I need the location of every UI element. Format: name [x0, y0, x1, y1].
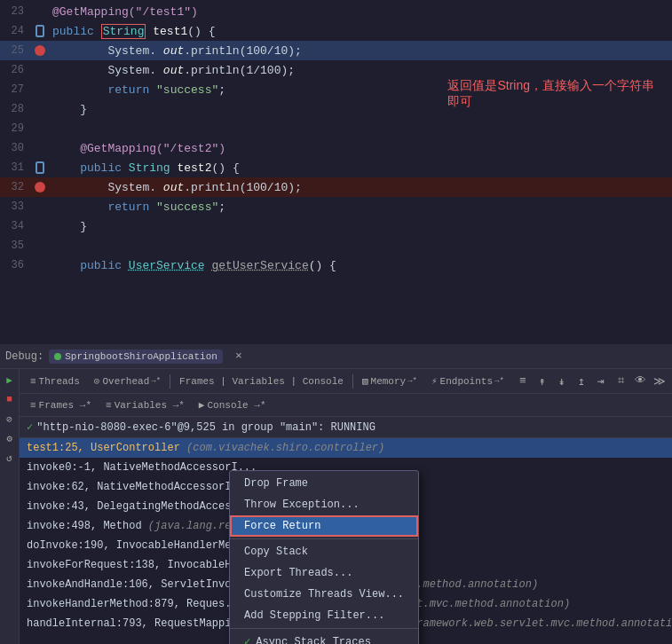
check-icon: ✓ [27, 420, 33, 434]
app-tab[interactable]: SpringbootShiroApplication [49, 349, 223, 364]
code-line-35: 35 [0, 236, 672, 255]
line-number: 25 [0, 44, 31, 57]
tab-variables[interactable]: ≡ Variables →* [99, 398, 192, 412]
line-gutter [31, 25, 49, 37]
settings-toolbar-icon[interactable]: ≡ [514, 373, 532, 390]
line-number: 31 [0, 161, 31, 174]
tab-frames-vars[interactable]: Frames | Variables | Console [172, 374, 351, 389]
stack-file: (com.vivachek.shiro.controller) [180, 442, 384, 454]
stack-method: invokeAndHandle:106, ServletInvoc... [27, 578, 257, 591]
line-number: 26 [0, 64, 31, 76]
tab-console[interactable]: ▶ Console →* [192, 397, 273, 412]
code-line-26: 26 System. out.println(1/100); [0, 60, 672, 80]
menu-item-force-return[interactable]: Force Return [230, 515, 418, 537]
stack-method: invoke:498, Method [27, 520, 142, 532]
stack-method: test1:25, UserController [27, 442, 180, 454]
running-dot [54, 353, 61, 360]
menu-separator2 [230, 628, 418, 629]
menu-item-export-threads[interactable]: Export Threads... [230, 562, 418, 584]
line-number: 28 [0, 103, 31, 115]
code-lines: 23 @GetMapping("/test1") 24 public Strin… [0, 0, 672, 275]
code-line-33: 33 return "success"; [0, 197, 672, 216]
menu-item-customize-threads[interactable]: Customize Threads View... [230, 584, 418, 605]
tab-divider2 [352, 374, 353, 389]
step-over-icon[interactable]: ↟ [534, 373, 551, 390]
more-icon[interactable]: ≫ [651, 373, 668, 390]
debug-toolbar: Debug: SpringbootShiroApplication × [0, 344, 672, 369]
mute-icon[interactable]: ⊘ [3, 412, 17, 426]
menu-item-copy-stack[interactable]: Copy Stack [230, 541, 418, 562]
line-code: @GetMapping("/test1") [49, 5, 672, 19]
stack-item[interactable]: test1:25, UserController (com.vivachek.s… [20, 438, 672, 458]
line-number: 33 [0, 200, 31, 213]
tab-endpoints[interactable]: ⚡ Endpoints →* [424, 373, 511, 389]
breakpoint-icon [35, 182, 45, 192]
menu-item-throw-exception[interactable]: Throw Exception... [230, 494, 418, 515]
app-name: SpringbootShiroApplication [65, 351, 217, 362]
code-line-32: 32 System. out.println(100/10); [0, 177, 672, 197]
line-code: public UserService getUserService() { [49, 259, 672, 272]
line-number: 34 [0, 220, 31, 232]
line-number: 32 [0, 181, 31, 193]
resume-icon[interactable]: ▶ [3, 373, 17, 387]
watch-icon[interactable]: 👁 [631, 373, 649, 390]
tab-memory[interactable]: ▧ Memory →* [355, 373, 424, 389]
annotation-tooltip: 返回值是String，直接输入一个字符串 即可 [447, 78, 654, 110]
line-gutter [31, 182, 49, 192]
rerun-icon[interactable]: ↺ [3, 451, 17, 465]
code-line-24: 24 public String test1() { [0, 21, 672, 41]
stack-method: invoke:43, DelegatingMethodAccess... [27, 500, 257, 513]
code-line-34: 34 } [0, 216, 672, 236]
line-number: 30 [0, 142, 31, 154]
code-line-36: 36 public UserService getUserService() { [0, 255, 672, 275]
stack-method: invokeForRequest:138, InvocableHa... [27, 559, 257, 571]
line-number: 36 [0, 259, 31, 271]
code-line-30: 30 @GetMapping("/test2") [0, 138, 672, 158]
stack-method: invokeHandlerMethod:879, Reques... [27, 598, 244, 610]
debug-label: Debug: [5, 350, 43, 363]
line-code: System. out.println(100/10); [49, 181, 672, 194]
line-gutter [31, 161, 49, 174]
tab-frames[interactable]: ≡ Frames →* [23, 398, 99, 412]
check-mark: ✓ [244, 635, 250, 644]
eval-icon[interactable]: ⌗ [612, 373, 629, 390]
thread-status: ✓ "http-nio-8080-exec-6"@9,525 in group … [20, 417, 672, 438]
breakpoint-icon [35, 45, 45, 56]
debug-tabs-row2: ≡ Frames →* ≡ Variables →* ▶ Console →* [20, 394, 672, 417]
line-code: public String test1() { [49, 25, 672, 38]
run-cursor-icon[interactable]: ⇥ [592, 373, 610, 390]
menu-item-drop-frame[interactable]: Drop Frame [230, 473, 418, 494]
tab-threads[interactable]: ≡ Threads [23, 374, 87, 389]
line-code: } [49, 220, 672, 233]
debug-tabs-row1: ≡ Threads ⊙ Overhead →* Frames | Variabl… [20, 369, 672, 394]
line-gutter [31, 45, 49, 56]
thread-status-text: "http-nio-8080-exec-6"@9,525 in group "m… [36, 421, 376, 434]
menu-separator [230, 538, 418, 539]
line-code: @GetMapping("/test2") [49, 142, 672, 155]
stop-icon[interactable]: ■ [3, 392, 17, 406]
code-line-31: 31 public String test2() { [0, 158, 672, 177]
line-code: System. out.println(1/100); [49, 64, 672, 77]
menu-item-add-stepping[interactable]: Add Stepping Filter... [230, 605, 418, 626]
context-menu: Drop Frame Throw Exception... Force Retu… [229, 470, 419, 644]
line-number: 27 [0, 83, 31, 96]
settings-icon[interactable]: ⚙ [3, 431, 17, 445]
line-number: 23 [0, 5, 31, 18]
line-number: 29 [0, 122, 31, 135]
code-line-29: 29 [0, 119, 672, 138]
debug-toolbar-icons: ≡ ↟ ↡ ↥ ⇥ ⌗ 👁 ≫ [514, 373, 668, 390]
editor-area: 23 @GetMapping("/test1") 24 public Strin… [0, 0, 672, 344]
step-down-icon[interactable]: ↡ [553, 373, 571, 390]
line-code: System. out.println(100/10); [49, 44, 672, 58]
tab-divider [170, 374, 170, 389]
code-line-25: 25 System. out.println(100/10); [0, 41, 672, 60]
line-number: 35 [0, 240, 31, 252]
tab-overhead[interactable]: ⊙ Overhead →* [87, 373, 168, 389]
close-tab-button[interactable]: × [230, 348, 248, 365]
stack-method: invoke:62, NativeMethodAccessorIr... [27, 481, 257, 493]
code-line-23: 23 @GetMapping("/test1") [0, 2, 672, 21]
bookmark-icon [36, 25, 44, 37]
line-number: 24 [0, 25, 31, 37]
step-up-icon[interactable]: ↥ [573, 373, 590, 390]
menu-item-async-stack[interactable]: ✓ Async Stack Traces [230, 631, 418, 644]
